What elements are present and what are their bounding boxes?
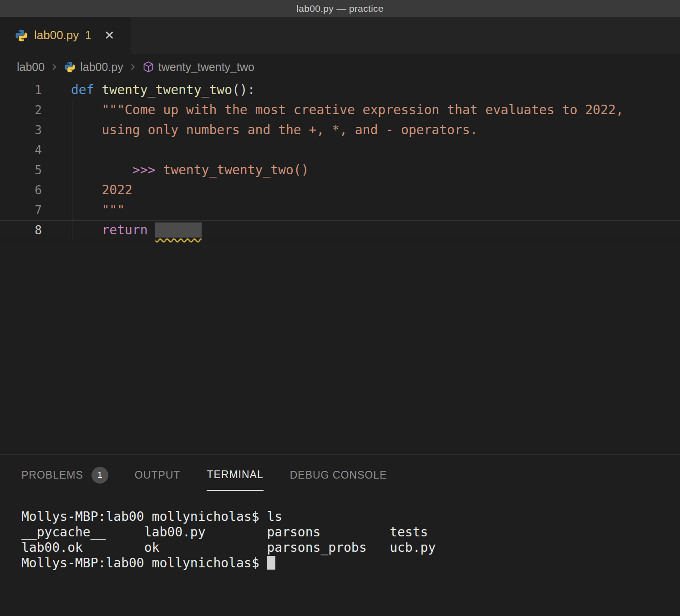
code-line[interactable]: 1def twenty_twenty_two():	[0, 80, 680, 100]
tab-bar: lab00.py 1 ✕	[0, 17, 680, 54]
editor-lines: 1def twenty_twenty_two():2 """Come up wi…	[0, 80, 680, 240]
code-line[interactable]: 4	[0, 140, 680, 160]
code-line[interactable]: 3 using only numbers and the +, *, and -…	[0, 120, 680, 140]
token-string: 2022	[101, 182, 132, 197]
token-punct: ():	[232, 82, 255, 97]
token-control: return	[101, 222, 155, 237]
token-string: using only numbers and the +, *, and - o…	[101, 122, 477, 137]
window-title: lab00.py — practice	[296, 3, 383, 14]
line-number[interactable]: 6	[0, 180, 42, 200]
code-line[interactable]: 8 return ______	[0, 220, 680, 240]
blank-placeholder: ______	[155, 222, 201, 237]
terminal-line: __pycache__ lab00.py parsons tests	[21, 525, 680, 540]
line-number[interactable]: 3	[0, 120, 42, 140]
terminal-line: lab00.ok ok parsons_probs ucb.py	[21, 540, 680, 555]
line-number[interactable]: 8	[0, 221, 42, 240]
terminal-cursor	[267, 556, 275, 570]
line-number[interactable]: 2	[0, 100, 42, 120]
code-text: """Come up with the most creative expres…	[71, 100, 624, 120]
chevron-right-icon: ›	[52, 59, 56, 73]
code-line[interactable]: 7 """	[0, 200, 680, 220]
code-text: return ______	[71, 221, 202, 240]
tab-problem-count: 1	[85, 29, 91, 41]
code-text: def twenty_twenty_two():	[71, 80, 255, 100]
code-line[interactable]: 6 2022	[0, 180, 680, 200]
indent-guide	[72, 100, 72, 240]
breadcrumb-file[interactable]: lab00.py	[80, 61, 123, 74]
tab-debug-console[interactable]: DEBUG CONSOLE	[290, 459, 387, 491]
token-function: twenty_twenty_two	[101, 82, 232, 97]
problems-count-badge: 1	[91, 467, 108, 484]
code-line[interactable]: 5 >>> twenty_twenty_two()	[0, 160, 680, 180]
code-text: >>> twenty_twenty_two()	[71, 160, 309, 180]
terminal-line: Mollys-MBP:lab00 mollynicholas$ ls	[21, 509, 680, 525]
breadcrumb-folder[interactable]: lab00	[17, 61, 45, 74]
editor-tab-lab00[interactable]: lab00.py 1 ✕	[0, 17, 131, 54]
close-icon[interactable]: ✕	[104, 28, 115, 43]
terminal-label: TERMINAL	[207, 469, 263, 481]
token-string: """	[101, 202, 125, 217]
token-string: """Come up with the most creative expres…	[101, 102, 623, 117]
breadcrumb-symbol[interactable]: twenty_twenty_two	[158, 61, 254, 74]
line-number[interactable]: 7	[0, 200, 42, 220]
token-keyword: def	[71, 82, 101, 97]
python-icon	[64, 61, 76, 73]
token-repl: >>>	[132, 162, 163, 177]
tab-output[interactable]: OUTPUT	[135, 459, 181, 491]
bottom-panel: PROBLEMS 1 OUTPUT TERMINAL DEBUG CONSOLE…	[0, 454, 680, 616]
panel-tab-bar: PROBLEMS 1 OUTPUT TERMINAL DEBUG CONSOLE	[0, 454, 680, 495]
terminal[interactable]: Mollys-MBP:lab00 mollynicholas$ ls__pyca…	[0, 495, 680, 571]
chevron-right-icon: ›	[131, 59, 135, 73]
token-string: twenty_twenty_two()	[163, 162, 309, 177]
code-line[interactable]: 2 """Come up with the most creative expr…	[0, 100, 680, 120]
debug-console-label: DEBUG CONSOLE	[290, 469, 387, 481]
tab-problems[interactable]: PROBLEMS 1	[21, 459, 108, 491]
tab-terminal[interactable]: TERMINAL	[207, 459, 263, 491]
window-titlebar: lab00.py — practice	[0, 0, 680, 17]
symbol-cube-icon	[142, 61, 154, 73]
code-text: 2022	[71, 180, 132, 200]
problems-label: PROBLEMS	[21, 469, 83, 481]
code-text: using only numbers and the +, *, and - o…	[71, 120, 477, 140]
python-icon	[15, 29, 28, 42]
code-editor[interactable]: 1def twenty_twenty_two():2 """Come up wi…	[0, 80, 680, 454]
code-text: """	[71, 200, 125, 220]
tab-filename: lab00.py	[34, 28, 79, 42]
terminal-line: Mollys-MBP:lab00 mollynicholas$	[21, 555, 680, 571]
line-number[interactable]: 4	[0, 140, 42, 160]
line-number[interactable]: 1	[0, 80, 42, 100]
breadcrumb: lab00 › lab00.py › twenty_twenty_two	[0, 54, 680, 80]
line-number[interactable]: 5	[0, 160, 42, 180]
output-label: OUTPUT	[135, 469, 181, 481]
